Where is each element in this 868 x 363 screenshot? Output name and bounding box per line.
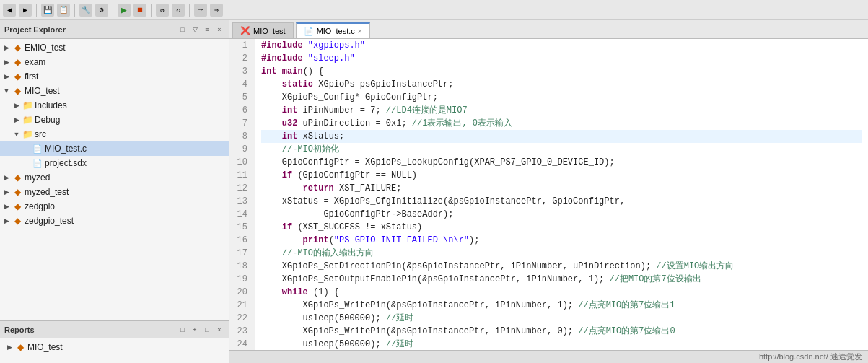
- reports-label-mio-test: MIO_test: [27, 342, 63, 352]
- code-line-19[interactable]: XGpioPs_SetOutputEnablePin(&psGpioInstan…: [261, 273, 862, 286]
- code-line-13[interactable]: xStatus = XGpioPs_CfgInitialize(&psGpioI…: [261, 195, 862, 208]
- project-icon-mio: ◆: [12, 85, 23, 97]
- toggle-src[interactable]: ▼: [12, 129, 22, 139]
- toolbar-save-icon[interactable]: 💾: [41, 4, 54, 17]
- code-line-2[interactable]: #include "sleep.h": [261, 52, 862, 65]
- tab-label-mio-test: MIO_test: [253, 27, 286, 35]
- project-icon-exam: ◆: [12, 56, 23, 68]
- toolbar-wrench-icon[interactable]: 🔧: [79, 4, 92, 17]
- project-icon-first: ◆: [12, 71, 23, 82]
- pe-close-icon[interactable]: ×: [214, 25, 224, 35]
- pe-filter-icon[interactable]: ▽: [190, 25, 200, 35]
- toggle-mio-test[interactable]: ▼: [1, 86, 12, 96]
- toggle-zedgpio[interactable]: ▶: [1, 201, 12, 211]
- code-line-11[interactable]: if (GpioConfigPtr == NULL): [261, 169, 862, 182]
- tree-item-myzed-test[interactable]: ▶ ◆ myzed_test: [0, 185, 229, 199]
- toolbar-run-icon[interactable]: ▶: [118, 4, 131, 17]
- reports-item-mio-test[interactable]: ▶ ◆ MIO_test: [4, 340, 224, 354]
- toggle-debug[interactable]: ▶: [12, 115, 22, 125]
- tree-item-first[interactable]: ▶ ◆ first: [0, 69, 229, 84]
- tab-mio-test-c[interactable]: 📄 MIO_test.c ×: [296, 22, 370, 38]
- reports-minimize-icon[interactable]: □: [177, 325, 188, 335]
- code-line-8[interactable]: int xStatus;: [261, 130, 862, 143]
- line-number-22: 22: [234, 312, 250, 325]
- toggle-reports-mio-test[interactable]: ▶: [4, 342, 14, 352]
- code-content[interactable]: #include "xgpiops.h"#include "sleep.h"in…: [255, 39, 868, 350]
- toolbar-forward-icon[interactable]: ▶: [19, 4, 32, 17]
- toolbar-redo-icon[interactable]: ↻: [172, 4, 185, 17]
- tab-mio-test[interactable]: ❌ MIO_test: [232, 22, 294, 38]
- code-line-10[interactable]: GpioConfigPtr = XGpioPs_LookupConfig(XPA…: [261, 156, 862, 169]
- tree-item-zedgpio-test[interactable]: ▶ ◆ zedgpio_test: [0, 214, 229, 228]
- code-line-22[interactable]: usleep(500000); //延时: [261, 312, 862, 325]
- code-line-24[interactable]: usleep(500000); //延时: [261, 338, 862, 350]
- code-line-23[interactable]: XGpioPs_WritePin(&psGpioInstancePtr, iPi…: [261, 325, 862, 338]
- tree-label-src: src: [35, 129, 46, 139]
- status-text: http://blog.csdn.net/ 迷途觉发: [759, 351, 862, 362]
- toggle-first[interactable]: ▶: [1, 71, 12, 82]
- pe-minimize-icon[interactable]: □: [177, 25, 188, 35]
- code-line-3[interactable]: int main() {: [261, 65, 862, 78]
- project-explorer-title: Project Explorer: [4, 25, 66, 34]
- toolbar-settings-icon[interactable]: ⚙: [95, 4, 108, 17]
- toggle-includes[interactable]: ▶: [12, 100, 22, 110]
- code-line-4[interactable]: static XGpioPs psGpioInstancePtr;: [261, 78, 862, 91]
- toolbar-sep-1: [36, 4, 37, 17]
- project-icon-zedgpio: ◆: [12, 201, 23, 212]
- tab-icon-mio-test: ❌: [240, 26, 250, 35]
- code-area[interactable]: 1234567891011121314151617181920212223242…: [229, 39, 868, 350]
- toggle-exam[interactable]: ▶: [1, 57, 12, 67]
- code-line-5[interactable]: XGpioPs_Config* GpioConfigPtr;: [261, 91, 862, 104]
- reports-add-icon[interactable]: +: [190, 325, 200, 335]
- line-number-9: 9: [234, 143, 250, 156]
- tree-item-debug[interactable]: ▶ 📁 Debug: [0, 113, 229, 127]
- tree-item-zedgpio[interactable]: ▶ ◆ zedgpio: [0, 199, 229, 214]
- line-number-20: 20: [234, 286, 250, 299]
- code-line-17[interactable]: //-MIO的输入输出方向: [261, 247, 862, 260]
- code-line-6[interactable]: int iPinNumber = 7; //LD4连接的是MIO7: [261, 104, 862, 117]
- code-line-12[interactable]: return XST_FAILURE;: [261, 182, 862, 195]
- code-line-15[interactable]: if (XST_SUCCESS != xStatus): [261, 221, 862, 234]
- tree-item-includes[interactable]: ▶ 📁 Includes: [0, 98, 229, 113]
- code-line-18[interactable]: XGpioPs_SetDirectionPin(&psGpioInstanceP…: [261, 260, 862, 273]
- toolbar-nav1-icon[interactable]: →: [194, 4, 207, 17]
- tree-label-mio-test: MIO_test: [25, 86, 60, 96]
- tree-item-project-sdx[interactable]: ▶ 📄 project.sdx: [0, 156, 229, 170]
- code-line-16[interactable]: print("PS GPIO INIT FAILED \n\r");: [261, 234, 862, 247]
- toolbar-nav2-icon[interactable]: ⇒: [210, 4, 223, 17]
- tree-item-emio-test[interactable]: ▶ ◆ EMIO_test: [0, 40, 229, 55]
- code-line-20[interactable]: while (1) {: [261, 286, 862, 299]
- line-number-24: 24: [234, 338, 250, 350]
- tree-item-src[interactable]: ▼ 📁 src: [0, 127, 229, 141]
- toggle-myzed[interactable]: ▶: [1, 172, 12, 183]
- toggle-zedgpio-test[interactable]: ▶: [1, 216, 12, 226]
- reports-expand-icon[interactable]: □: [202, 325, 212, 335]
- tab-label-mio-test-c: MIO_test.c: [317, 27, 355, 35]
- tree-item-mio-test-c[interactable]: ▶ 📄 MIO_test.c: [0, 141, 229, 156]
- pe-menu-icon[interactable]: ≡: [202, 25, 212, 35]
- tree-item-exam[interactable]: ▶ ◆ exam: [0, 55, 229, 69]
- tree-label-first: first: [25, 71, 38, 82]
- toggle-emio-test[interactable]: ▶: [1, 43, 12, 53]
- toolbar-stop-icon[interactable]: ⏹: [133, 4, 146, 17]
- reports-close-icon[interactable]: ×: [214, 325, 224, 335]
- toggle-myzed-test[interactable]: ▶: [1, 187, 12, 197]
- status-bar: http://blog.csdn.net/ 迷途觉发: [229, 350, 868, 363]
- toolbar-back-icon[interactable]: ◀: [3, 4, 16, 17]
- code-line-14[interactable]: GpioConfigPtr->BaseAddr);: [261, 208, 862, 221]
- line-number-4: 4: [234, 78, 250, 91]
- toolbar-undo-icon[interactable]: ↺: [156, 4, 169, 17]
- code-line-9[interactable]: //-MIO初始化: [261, 143, 862, 156]
- line-number-5: 5: [234, 91, 250, 104]
- line-number-18: 18: [234, 260, 250, 273]
- line-number-1: 1: [234, 39, 250, 52]
- code-line-7[interactable]: u32 uPinDirection = 0x1; //1表示输出, 0表示输入: [261, 117, 862, 130]
- reports-panel-content: ▶ ◆ MIO_test: [0, 338, 229, 356]
- tab-close-mio-test-c[interactable]: ×: [358, 27, 362, 35]
- tree-item-mio-test[interactable]: ▼ ◆ MIO_test: [0, 84, 229, 98]
- tree-item-myzed[interactable]: ▶ ◆ myzed: [0, 170, 229, 185]
- toolbar-save2-icon[interactable]: 📋: [57, 4, 70, 17]
- code-line-21[interactable]: XGpioPs_WritePin(&psGpioInstancePtr, iPi…: [261, 299, 862, 312]
- code-line-1[interactable]: #include "xgpiops.h": [261, 39, 862, 52]
- file-icon-mio-test-c: 📄: [32, 143, 43, 154]
